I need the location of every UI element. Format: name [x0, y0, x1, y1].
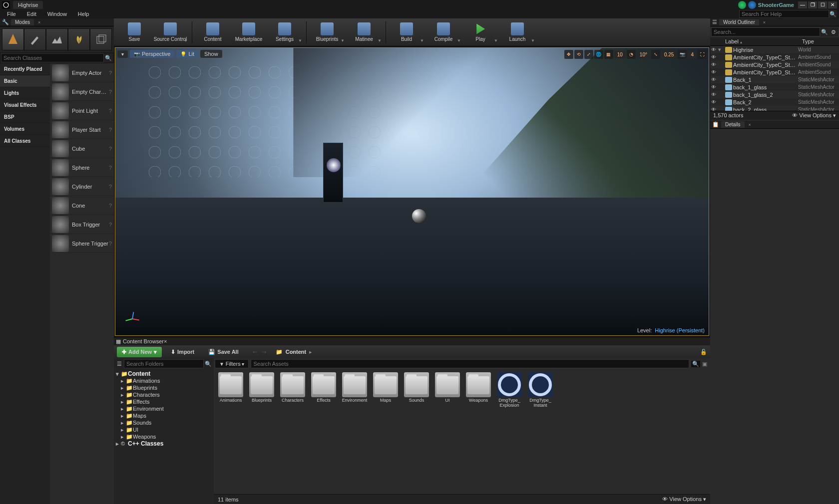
transform-scale-icon[interactable]: ⤢	[584, 50, 593, 59]
save-all-button[interactable]: 💾 Save All	[203, 347, 243, 357]
content-button[interactable]: Content	[195, 20, 230, 45]
view-options-button[interactable]: 👁 View Options ▾	[662, 496, 706, 503]
source-control-icon[interactable]	[748, 1, 756, 9]
asset-folder[interactable]: UI	[433, 372, 461, 408]
world-outliner-tab[interactable]: World Outliner	[719, 19, 759, 25]
search-classes-input[interactable]	[1, 53, 104, 62]
place-item[interactable]: Cube?	[50, 139, 114, 158]
dropdown-icon[interactable]: ▼	[420, 38, 425, 43]
lit-button[interactable]: 💡 Lit	[176, 50, 198, 58]
place-item[interactable]: Cone?	[50, 196, 114, 215]
outliner-row[interactable]: 👁AmbientCity_TypeC_StereoAmbientSound	[710, 53, 839, 61]
help-icon[interactable]: ?	[109, 241, 112, 247]
help-icon[interactable]: ?	[109, 70, 112, 76]
category-all-classes[interactable]: All Classes	[0, 135, 50, 147]
transform-rotate-icon[interactable]: ⟲	[574, 50, 583, 59]
history-fwd-button[interactable]: →	[261, 348, 268, 356]
add-new-button[interactable]: ✚ Add New ▾	[117, 347, 162, 357]
outliner-row[interactable]: 👁back_1_glass_2StaticMeshActor	[710, 91, 839, 98]
help-icon[interactable]: ?	[109, 108, 112, 114]
asset-folder[interactable]: Blueprints	[248, 372, 276, 408]
source-root[interactable]: ▾📁Content	[114, 370, 214, 377]
save-button[interactable]: Save	[117, 20, 152, 45]
search-assets-input[interactable]	[251, 359, 689, 368]
menu-file[interactable]: File	[2, 10, 21, 18]
help-icon[interactable]: ?	[109, 184, 112, 190]
angle-snap-icon[interactable]: ◔	[627, 50, 636, 59]
notification-icon[interactable]	[738, 1, 746, 9]
settings-button[interactable]: Settings	[267, 20, 302, 45]
expand-icon[interactable]: ▾	[718, 46, 725, 53]
outliner-row[interactable]: 👁▾HighriseWorld	[710, 46, 839, 53]
category-recently-placed[interactable]: Recently Placed	[0, 63, 50, 75]
place-item[interactable]: Player Start?	[50, 120, 114, 139]
source-folder[interactable]: ▸📁Environment	[114, 405, 214, 412]
angle-snap-value[interactable]: 10°	[637, 51, 650, 58]
visibility-icon[interactable]: 👁	[711, 47, 718, 52]
launch-button[interactable]: Launch	[500, 20, 535, 45]
source-folder[interactable]: ▸📁Characters	[114, 391, 214, 398]
search-icon[interactable]: 🔍	[204, 359, 213, 368]
place-item[interactable]: Empty Character?	[50, 82, 114, 101]
source-folder[interactable]: ▸📁Effects	[114, 398, 214, 405]
camera-speed-icon[interactable]: 📷	[678, 50, 687, 59]
outliner-header[interactable]: Label ▴Type	[710, 37, 839, 46]
scale-snap-icon[interactable]: ⤡	[651, 50, 660, 59]
source-folder[interactable]: ▸📁Sounds	[114, 419, 214, 426]
sources-toggle-icon[interactable]: ☰	[115, 359, 124, 368]
filter-icon[interactable]: ⚙	[829, 27, 838, 36]
source-folder[interactable]: ▸📁UI	[114, 426, 214, 433]
outliner-row[interactable]: 👁Back_2StaticMeshActor	[710, 98, 839, 106]
restore-button[interactable]: ❐	[808, 1, 817, 8]
place-mode-button[interactable]	[2, 28, 24, 50]
close-tab-icon[interactable]: ×	[164, 338, 167, 344]
title-tab[interactable]: Highrise	[13, 1, 43, 9]
close-button[interactable]: ✕	[828, 1, 837, 8]
source-folder[interactable]: ▸📁Blueprints	[114, 384, 214, 391]
import-button[interactable]: ⬇ Import	[166, 347, 199, 357]
place-item[interactable]: Cylinder?	[50, 177, 114, 196]
search-icon[interactable]: 🔍	[691, 361, 700, 367]
source-folder[interactable]: ▸📁Weapons	[114, 433, 214, 440]
landscape-mode-button[interactable]	[46, 28, 68, 50]
asset-folder[interactable]: Characters	[279, 372, 307, 408]
minimize-button[interactable]: —	[798, 1, 807, 8]
compile-button[interactable]: Compile	[426, 20, 461, 45]
dropdown-icon[interactable]: ▼	[341, 38, 346, 43]
visibility-icon[interactable]: 👁	[711, 69, 718, 75]
place-item[interactable]: Sphere?	[50, 158, 114, 177]
help-icon[interactable]: ?	[109, 127, 112, 133]
matinee-button[interactable]: Matinee	[347, 20, 382, 45]
content-browser-tab[interactable]: Content Browser	[123, 338, 164, 344]
place-item[interactable]: Point Light?	[50, 101, 114, 120]
outliner-row[interactable]: 👁AmbientCity_TypeC_Stereo_2AmbientSound	[710, 61, 839, 68]
asset-folder[interactable]: Animations	[217, 372, 245, 408]
breadcrumb[interactable]: Content	[286, 349, 307, 355]
help-icon[interactable]: ?	[109, 165, 112, 171]
foliage-mode-button[interactable]	[68, 28, 90, 50]
visibility-icon[interactable]: 👁	[711, 62, 718, 67]
view-options-button[interactable]: 👁 View Options ▾	[792, 112, 836, 119]
menu-edit[interactable]: Edit	[22, 10, 41, 18]
source-folder[interactable]: ▸📁Animations	[114, 377, 214, 384]
visibility-icon[interactable]: 👁	[711, 99, 718, 105]
maximize-button[interactable]: ☐	[818, 1, 827, 8]
history-back-button[interactable]: ←	[252, 348, 259, 356]
category-lights[interactable]: Lights	[0, 87, 50, 99]
menu-help[interactable]: Help	[73, 10, 94, 18]
geometry-mode-button[interactable]	[90, 28, 112, 50]
visibility-icon[interactable]: 👁	[711, 77, 718, 82]
marketplace-button[interactable]: Marketplace	[231, 20, 266, 45]
asset-folder[interactable]: Weapons	[464, 372, 492, 408]
dropdown-icon[interactable]: ▼	[531, 38, 536, 43]
help-icon[interactable]: ?	[109, 222, 112, 228]
scale-snap-value[interactable]: 0.25	[661, 51, 677, 58]
blueprints-button[interactable]: Blueprints	[310, 20, 345, 45]
filters-button[interactable]: ▼ Filters ▾	[215, 359, 249, 368]
dropdown-icon[interactable]: ▼	[184, 38, 189, 43]
category-visual-effects[interactable]: Visual Effects	[0, 99, 50, 111]
outliner-row[interactable]: 👁AmbientCity_TypeD_Stereo_AmbientSound	[710, 68, 839, 76]
category-bsp[interactable]: BSP	[0, 111, 50, 123]
visibility-icon[interactable]: 👁	[711, 84, 718, 90]
outliner-row[interactable]: 👁Back_1StaticMeshActor	[710, 76, 839, 83]
